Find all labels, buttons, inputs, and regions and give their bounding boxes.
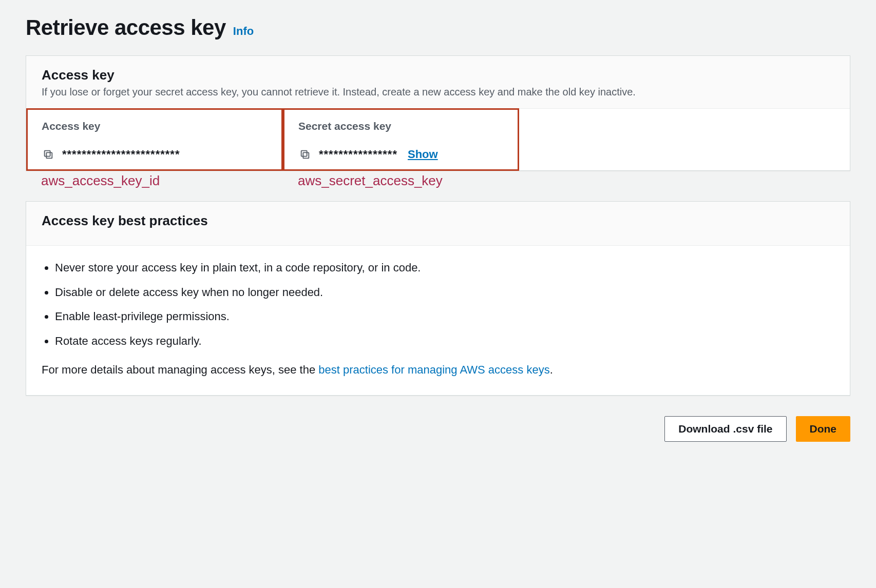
svg-rect-3: [301, 151, 307, 156]
secret-key-masked: ****************: [319, 148, 397, 161]
key-row: Access key ************************ Secr…: [26, 109, 850, 170]
copy-icon[interactable]: [42, 148, 55, 161]
copy-icon[interactable]: [298, 148, 312, 161]
secret-key-column: Secret access key **************** Show: [283, 109, 519, 170]
access-key-label: Access key: [42, 120, 268, 132]
access-key-subtitle: If you lose or forget your secret access…: [42, 86, 834, 98]
list-item: Rotate access keys regularly.: [55, 334, 834, 349]
bp-footer-suffix: .: [550, 363, 553, 376]
list-item: Disable or delete access key when no lon…: [55, 285, 834, 300]
list-item: Enable least-privilege permissions.: [55, 309, 834, 324]
highlight-box-access-key: [26, 108, 283, 171]
svg-rect-1: [45, 151, 50, 156]
list-item: Never store your access key in plain tex…: [55, 260, 834, 276]
access-key-value-row: ************************: [42, 148, 268, 161]
page-container: Retrieve access key Info Access key If y…: [0, 0, 876, 473]
highlight-box-secret-key: [283, 108, 519, 171]
best-practices-body: Never store your access key in plain tex…: [26, 246, 850, 395]
access-key-column: Access key ************************: [26, 109, 283, 170]
best-practices-header: Access key best practices: [26, 202, 850, 246]
annotation-secret-key: aws_secret_access_key: [298, 173, 443, 188]
show-secret-link[interactable]: Show: [408, 148, 438, 161]
secret-key-value-row: **************** Show: [298, 148, 504, 161]
page-title-row: Retrieve access key Info: [26, 15, 850, 40]
svg-rect-2: [303, 152, 309, 158]
svg-rect-0: [46, 152, 52, 158]
best-practices-footer: For more details about managing access k…: [42, 363, 834, 377]
download-csv-button[interactable]: Download .csv file: [664, 416, 786, 442]
done-button[interactable]: Done: [796, 416, 851, 442]
access-key-heading: Access key: [42, 67, 834, 83]
access-key-panel: Access key If you lose or forget your se…: [26, 55, 850, 171]
actions-row: Download .csv file Done: [26, 416, 850, 442]
bp-footer-prefix: For more details about managing access k…: [42, 363, 318, 376]
best-practices-heading: Access key best practices: [42, 213, 834, 229]
best-practices-list: Never store your access key in plain tex…: [55, 260, 834, 349]
info-link[interactable]: Info: [233, 25, 254, 38]
annotation-row: aws_access_key_id aws_secret_access_key: [26, 173, 850, 189]
access-key-panel-header: Access key If you lose or forget your se…: [26, 56, 850, 109]
access-key-masked: ************************: [62, 148, 180, 161]
bp-footer-link[interactable]: best practices for managing AWS access k…: [318, 363, 549, 376]
page-title: Retrieve access key: [26, 15, 226, 40]
secret-key-label: Secret access key: [298, 120, 504, 132]
best-practices-panel: Access key best practices Never store yo…: [26, 201, 850, 396]
annotation-access-key: aws_access_key_id: [41, 173, 160, 188]
